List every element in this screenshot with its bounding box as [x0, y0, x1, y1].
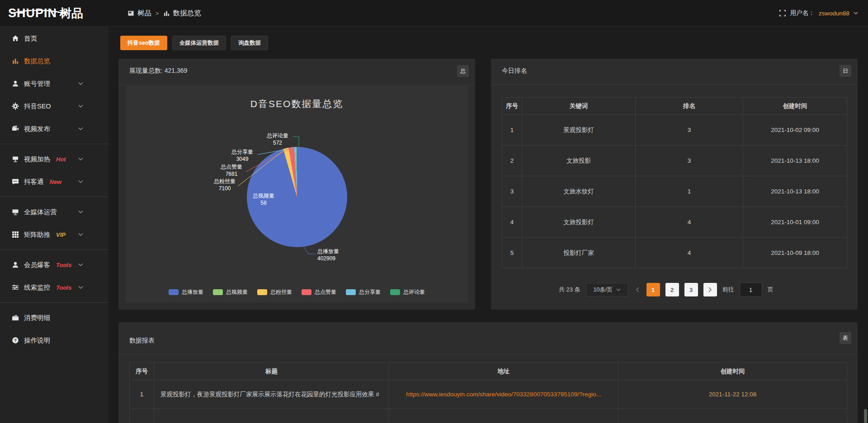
- goto-suffix: 页: [768, 286, 774, 294]
- sidebar-item-matrix-boost[interactable]: 矩阵助推 VIP: [0, 223, 108, 246]
- tab-douyin-seo-data[interactable]: 抖音seo数据: [120, 36, 167, 50]
- chevron-down-icon[interactable]: [854, 12, 858, 15]
- grid-icon: [11, 231, 19, 239]
- pie-label-fans: 总粉丝量 7100: [214, 178, 236, 192]
- breadcrumb-separator: >: [156, 10, 159, 17]
- goto-label: 前往: [722, 286, 734, 294]
- tools-badge: Tools: [56, 284, 71, 291]
- chevron-down-icon: [78, 180, 83, 183]
- data-report-panel: 数据报表 表 序号 标题 地址 创建时间 1 景观投影灯，夜游景观投影灯厂家展示…: [118, 322, 858, 423]
- username[interactable]: zswodun88: [819, 10, 849, 17]
- svg-text:?: ?: [14, 338, 17, 343]
- sidebar-item-instructions[interactable]: ? 操作说明: [0, 329, 108, 352]
- goto-page-input[interactable]: [740, 282, 762, 297]
- divider: [491, 85, 858, 85]
- chevron-down-icon: [78, 127, 83, 131]
- sidebar-item-consumption[interactable]: 消费明细: [0, 306, 108, 329]
- scrollbar-thumb[interactable]: [864, 409, 867, 423]
- table-row: 2 文旅投影 3 2021-10-13 18:00: [502, 146, 847, 176]
- question-circle-icon: ?: [11, 337, 19, 344]
- screen-icon: [11, 155, 19, 163]
- page-button-3[interactable]: 3: [684, 283, 698, 296]
- sidebar-item-account[interactable]: 账号管理: [0, 72, 108, 95]
- table-header-row: 序号 关键词 排名 创建时间: [502, 98, 847, 115]
- legend-item[interactable]: 总粉丝量: [257, 288, 292, 296]
- sidebar-item-data-overview[interactable]: 数据总览: [0, 50, 108, 72]
- user-label: 用户名：: [790, 9, 815, 17]
- monitor-icon: [11, 208, 19, 216]
- page-button-2[interactable]: 2: [665, 283, 679, 296]
- breadcrumb: 树品 > 数据总览: [127, 9, 201, 18]
- page-button-1[interactable]: 1: [646, 283, 660, 296]
- sidebar-item-label: 全媒体运营: [24, 208, 57, 216]
- app-logo: SHUPIN 树品: [0, 7, 108, 19]
- chevron-down-icon: [78, 158, 83, 161]
- top-header: SHUPIN 树品 树品 > 数据总览 用户名： zswodun88: [0, 0, 868, 27]
- legend-item[interactable]: 总视频量: [213, 288, 248, 296]
- next-page-button[interactable]: [703, 283, 717, 296]
- sidebar-item-label: 视频加热: [24, 155, 50, 164]
- column-header: 创建时间: [618, 363, 847, 380]
- chevron-down-icon: [616, 288, 621, 291]
- video-link[interactable]: https://www.iesdouyin.com/share/video/70…: [389, 380, 618, 409]
- panel-title: 今日排名: [502, 67, 527, 75]
- ranking-table: 序号 关键词 排名 创建时间 1 景观投影灯 3 2021-10-02 09:0…: [502, 97, 847, 268]
- sidebar-item-video-heat[interactable]: 视频加热 Hot: [0, 148, 108, 170]
- prev-page-button[interactable]: [634, 287, 641, 292]
- sidebar-item-omni-media[interactable]: 全媒体运营: [0, 201, 108, 223]
- sidebar-item-lead-monitor[interactable]: 线索监控 Tools: [0, 276, 108, 299]
- tools-badge: Tools: [56, 262, 71, 268]
- legend-item[interactable]: 总播放量: [169, 288, 203, 296]
- sidebar-divider: [0, 197, 108, 197]
- data-source-tabs: 抖音seo数据 全媒体运营数据 询盘数据: [120, 36, 268, 50]
- chart-legend: 总播放量 总视频量 总粉丝量 总点赞量 总分享量 总评论量: [126, 288, 468, 296]
- legend-item[interactable]: 总点赞量: [302, 288, 336, 296]
- sidebar-item-label: 矩阵助推: [24, 230, 50, 239]
- home-icon: [11, 35, 19, 42]
- created-time-cell: 2021-11-22 12:08: [618, 380, 847, 409]
- chevron-right-icon: [708, 287, 712, 292]
- gear-icon: [11, 103, 19, 110]
- sidebar-item-label: 线索监控: [24, 283, 50, 292]
- video-title-cell: 景观投影灯，夜游景观投影灯厂家展示展示落花灯在花园里的灯光投影应用效果 #: [154, 380, 389, 409]
- breadcrumb-current: 数据总览: [173, 9, 201, 18]
- hot-badge: Hot: [56, 156, 66, 163]
- table-row: 3 文旅水纹灯 1 2021-10-13 18:00: [502, 176, 847, 207]
- user-area: 用户名： zswodun88: [779, 9, 858, 17]
- legend-item[interactable]: 总分享量: [346, 288, 381, 296]
- wallet-icon: [11, 314, 19, 322]
- table-row: 1 景观投影灯 3 2021-10-02 09:00: [502, 115, 847, 146]
- legend-item[interactable]: 总评论量: [390, 288, 425, 296]
- sidebar-item-label: 消费明细: [24, 314, 50, 322]
- table-view-button[interactable]: 表: [840, 332, 851, 344]
- table-row: 5 投影灯厂家 4 2021-10-09 18:00: [502, 238, 847, 268]
- sidebar-item-member-burst[interactable]: 会员爆客 Tools: [0, 254, 108, 276]
- table-row: [130, 409, 847, 423]
- chevron-down-icon: [78, 263, 83, 267]
- pie-label-shares: 总分享量 3049: [231, 148, 253, 163]
- panel-title: 数据报表: [129, 337, 155, 345]
- chevron-down-icon: [78, 286, 83, 289]
- sidebar-item-label: 抖客通: [24, 178, 44, 186]
- table-header-row: 序号 标题 地址 创建时间: [130, 363, 847, 380]
- tab-inquiry-data[interactable]: 询盘数据: [231, 36, 268, 50]
- pie-chart: D音SEO数据量总览 总评论量 572 总分享量 3049 总点赞量 7681: [126, 86, 468, 302]
- divider: [118, 85, 475, 85]
- legend-swatch: [169, 289, 179, 295]
- tab-omni-media-data[interactable]: 全媒体运营数据: [172, 36, 226, 50]
- sidebar-item-douyin-seo[interactable]: 抖音SEO: [0, 95, 108, 118]
- total-view-button[interactable]: 总: [457, 65, 469, 77]
- page-size-select[interactable]: 10条/页: [586, 283, 628, 296]
- pie-callout-lines: [126, 86, 468, 302]
- pagination: 共 23 条 10条/页 1 2 3 前往 页: [559, 282, 774, 297]
- sidebar-item-doketong[interactable]: 抖客通 New: [0, 170, 108, 193]
- breadcrumb-root[interactable]: 树品: [137, 9, 151, 18]
- pagination-total: 共 23 条: [559, 286, 580, 294]
- fullscreen-icon[interactable]: [779, 9, 786, 17]
- sidebar-item-home[interactable]: 首页: [0, 27, 108, 50]
- legend-swatch: [213, 289, 223, 295]
- sidebar-item-video-publish[interactable]: 视频发布: [0, 118, 108, 140]
- day-view-button[interactable]: 日: [840, 65, 851, 77]
- vip-badge: VIP: [56, 231, 66, 238]
- table-row: 4 文旅投影灯 4 2021-10-01 09:00: [502, 207, 847, 238]
